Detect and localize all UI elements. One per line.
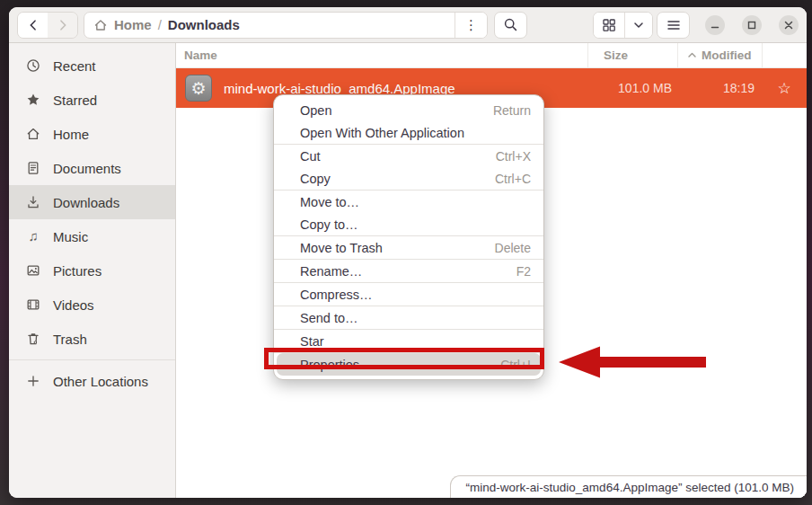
path-bar-group: Home / Downloads ⋮	[84, 12, 488, 39]
sidebar-label: Other Locations	[53, 374, 148, 389]
menu-item-move-to-trash[interactable]: Move to Trash Delete	[274, 236, 543, 259]
sidebar-item-documents[interactable]: Documents	[9, 151, 175, 185]
breadcrumb-separator: /	[158, 17, 162, 32]
breadcrumb-current[interactable]: Downloads	[168, 17, 240, 32]
sidebar-label: Starred	[53, 93, 97, 108]
close-button[interactable]	[779, 15, 799, 35]
view-options-dropdown[interactable]	[625, 13, 652, 38]
file-name: mind-work-ai-studio_amd64.AppImage	[224, 81, 587, 96]
menu-item-send-to[interactable]: Send to…	[274, 306, 543, 329]
chevron-right-icon	[56, 18, 70, 32]
sidebar-label: Music	[53, 229, 88, 244]
sidebar-item-other-locations[interactable]: Other Locations	[9, 364, 175, 398]
minimize-icon	[710, 20, 720, 31]
chevron-down-icon	[632, 19, 645, 31]
context-menu: Open Return Open With Other Application …	[273, 94, 544, 380]
sidebar-item-home[interactable]: Home	[9, 117, 175, 151]
search-icon	[503, 17, 518, 32]
music-icon: ♫	[26, 229, 40, 244]
nav-button-group	[17, 12, 78, 39]
star-outline-icon[interactable]: ☆	[762, 79, 807, 98]
headerbar: Home / Downloads ⋮	[9, 7, 807, 43]
column-header-name[interactable]: Name	[176, 49, 587, 62]
downloads-icon	[26, 195, 40, 209]
sort-ascending-icon	[687, 50, 697, 60]
sidebar-item-pictures[interactable]: Pictures	[9, 253, 175, 288]
starred-icon	[26, 93, 40, 107]
sidebar: Recent Starred Home Documents Downloads	[9, 43, 176, 498]
pointer-arrow	[555, 344, 710, 380]
chevron-left-icon	[26, 18, 40, 32]
sidebar-label: Videos	[53, 297, 94, 313]
vertical-dots-icon: ⋮	[464, 17, 478, 33]
menu-item-open[interactable]: Open Return	[274, 99, 543, 121]
view-toggle-group	[593, 12, 653, 39]
sidebar-label: Downloads	[53, 195, 119, 210]
column-header-size[interactable]: Size	[587, 43, 677, 67]
menu-item-move-to[interactable]: Move to…	[274, 190, 543, 213]
sidebar-item-recent[interactable]: Recent	[9, 49, 175, 83]
status-text: “mind-work-ai-studio_amd64.AppImage” sel…	[466, 481, 794, 494]
breadcrumb: Home / Downloads	[84, 13, 455, 38]
highlight-box	[264, 348, 544, 369]
column-header-modified[interactable]: Modified	[677, 43, 762, 67]
window-controls	[705, 15, 799, 35]
menu-item-rename[interactable]: Rename… F2	[274, 260, 543, 282]
close-icon	[783, 20, 794, 31]
column-headers: Name Size Modified	[176, 43, 807, 68]
trash-icon	[26, 332, 40, 346]
sidebar-label: Documents	[53, 161, 121, 176]
search-button[interactable]	[494, 12, 527, 39]
documents-icon	[26, 161, 40, 175]
sidebar-item-trash[interactable]: Trash	[9, 322, 175, 356]
hamburger-menu-button[interactable]	[657, 12, 690, 39]
sidebar-label: Trash	[53, 332, 87, 347]
home-icon	[26, 127, 40, 141]
menu-item-copy[interactable]: Copy Ctrl+C	[274, 167, 543, 190]
home-icon	[93, 18, 108, 32]
menu-item-cut[interactable]: Cut Ctrl+X	[274, 145, 543, 167]
sidebar-label: Pictures	[53, 263, 102, 279]
sidebar-item-music[interactable]: ♫ Music	[9, 219, 175, 253]
forward-button[interactable]	[48, 13, 77, 38]
menu-item-copy-to[interactable]: Copy to…	[274, 213, 543, 235]
sidebar-label: Recent	[53, 58, 96, 74]
sidebar-item-starred[interactable]: Starred	[9, 83, 175, 117]
grid-view-button[interactable]	[594, 13, 625, 38]
recent-icon	[26, 58, 40, 73]
desktop-background: Home / Downloads ⋮	[0, 0, 812, 505]
hamburger-icon	[666, 19, 681, 31]
status-bar: “mind-work-ai-studio_amd64.AppImage” sel…	[450, 475, 807, 498]
file-size: 101.0 MB	[587, 81, 677, 95]
maximize-button[interactable]	[742, 15, 762, 35]
sidebar-item-videos[interactable]: Videos	[9, 288, 175, 322]
sidebar-item-downloads[interactable]: Downloads	[9, 185, 175, 219]
menu-item-compress[interactable]: Compress…	[274, 283, 543, 306]
plus-icon	[26, 374, 40, 388]
executable-gear-icon: ⚙	[185, 75, 212, 102]
file-modified: 18:19	[677, 81, 762, 95]
minimize-button[interactable]	[705, 15, 725, 35]
maximize-icon	[746, 20, 757, 31]
pictures-icon	[26, 263, 40, 278]
grid-view-icon	[602, 18, 616, 32]
breadcrumb-home[interactable]: Home	[114, 17, 152, 32]
sidebar-separator	[9, 359, 175, 360]
sidebar-label: Home	[53, 127, 89, 142]
videos-icon	[26, 297, 40, 312]
column-header-star	[762, 43, 807, 67]
menu-item-open-with[interactable]: Open With Other Application	[274, 121, 543, 144]
path-options-button[interactable]: ⋮	[455, 13, 487, 38]
back-button[interactable]	[18, 13, 48, 38]
